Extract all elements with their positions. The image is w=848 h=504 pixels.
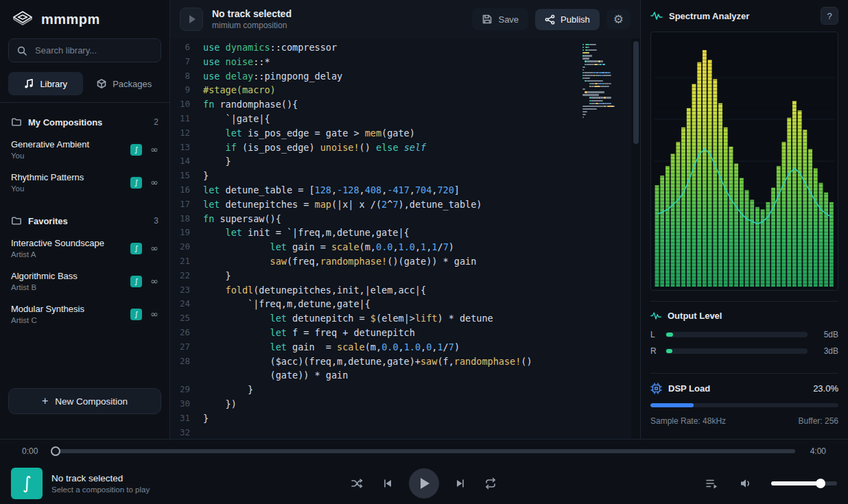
item-title: Generative Ambient: [11, 139, 125, 149]
infinity-icon: ∞: [150, 177, 158, 188]
code-line[interactable]: 8use delay::pingpong_delay: [170, 69, 640, 84]
code-line[interactable]: 31}: [170, 411, 640, 426]
code-line[interactable]: 10fn randomphase(){: [170, 97, 640, 112]
code-line[interactable]: 24 `|freq,m,detune,gate|{: [170, 297, 640, 311]
bottom-bar: 0:00 4:00 ∫ No track selected Select a c…: [0, 439, 848, 504]
code-line[interactable]: 15}: [170, 169, 640, 183]
code-line[interactable]: 23 foldl(detunepitches,init,|elem,acc|{: [170, 283, 640, 298]
search-box[interactable]: [8, 38, 161, 62]
sidebar-bottom: + New Composition: [0, 388, 169, 439]
code-editor[interactable]: 6use dynamics::compressor7use noise::*8u…: [170, 38, 640, 439]
code-line[interactable]: 16let detune_table = [128,-128,408,-417,…: [170, 183, 640, 197]
code-line[interactable]: 14 }: [170, 154, 640, 169]
search-input[interactable]: [34, 45, 153, 56]
new-composition-button[interactable]: + New Composition: [8, 388, 161, 414]
code-line[interactable]: 28 ($acc)(freq,m,detune,gate)+saw(f,rand…: [170, 355, 640, 369]
publish-button[interactable]: Publish: [535, 9, 600, 30]
code-line[interactable]: 17let detunepitches = map(|x| x /(2^7),d…: [170, 197, 640, 212]
code-line[interactable]: (gate)) * gain: [170, 368, 640, 383]
meter-right-label: R: [650, 346, 658, 356]
code-lines: 6use dynamics::compressor7use noise::*8u…: [170, 40, 640, 439]
line-number: 13: [170, 141, 203, 155]
header-play-button[interactable]: [180, 8, 203, 31]
code-line[interactable]: 29 }: [170, 383, 640, 397]
code-line[interactable]: 22 }: [170, 269, 640, 283]
code-line[interactable]: 26 let f = freq + detunepitch: [170, 326, 640, 340]
code-line[interactable]: 13 if (is_pos_edge) unoise!() else self: [170, 141, 640, 155]
list-item[interactable]: Generative AmbientYou∫∞: [0, 133, 169, 166]
code-line[interactable]: 19 let init = `|freq,m,detune,gate|{: [170, 226, 640, 240]
code-text: let detune_table = [128,-128,408,-417,70…: [203, 183, 460, 197]
play-button[interactable]: [409, 468, 439, 499]
minimap[interactable]: [582, 44, 626, 122]
code-line[interactable]: 21 saw(freq,randomphase!()(gate)) * gain: [170, 254, 640, 269]
line-number: 23: [170, 283, 203, 298]
code-line[interactable]: 20 let gain = scale(m,0.0,1.0,1,1/7): [170, 240, 640, 254]
tab-library[interactable]: Library: [8, 72, 83, 95]
scrollbar-thumb[interactable]: [633, 41, 639, 144]
code-line[interactable]: 7use noise::*: [170, 55, 640, 69]
list-item[interactable]: Interactive SoundscapeArtist A∫∞: [0, 232, 169, 265]
editor-scrollbar[interactable]: [631, 38, 640, 439]
skip-back-icon: [381, 477, 394, 490]
spectrum-title: Spectrum Analyzer: [669, 11, 814, 21]
volume-slider[interactable]: [771, 481, 837, 485]
list-item[interactable]: Rhythmic PatternsYou∫∞: [0, 166, 169, 199]
code-text: let detunepitch = $(elem|>lift) * detune: [203, 311, 493, 326]
time-current: 0:00: [22, 446, 43, 456]
timeline-track[interactable]: [53, 449, 795, 453]
settings-button[interactable]: ⚙: [606, 10, 631, 29]
code-line[interactable]: 12 let is_pos_edge = gate > mem(gate): [170, 126, 640, 141]
code-line[interactable]: 25 let detunepitch = $(elem|>lift) * det…: [170, 311, 640, 326]
meter-left: L 5dB: [650, 330, 838, 339]
sidebar-section: Favorites3Interactive SoundscapeArtist A…: [0, 210, 169, 331]
previous-button[interactable]: [379, 475, 396, 492]
item-title: Modular Synthesis: [11, 304, 125, 314]
code-line[interactable]: 18fn supersaw(){: [170, 212, 640, 226]
output-level-section: Output Level L 5dB R 3dB: [650, 301, 838, 363]
waveform-icon: [650, 11, 663, 21]
item-subtitle: You: [11, 184, 125, 193]
code-line[interactable]: 6use dynamics::compressor: [170, 40, 640, 55]
save-icon: [482, 14, 493, 25]
item-subtitle: You: [11, 152, 125, 160]
code-text: foldl(detunepitches,init,|elem,acc|{: [203, 283, 426, 298]
queue-button[interactable]: [703, 475, 720, 492]
code-text: #stage(macro): [203, 83, 276, 97]
code-text: saw(freq,randomphase!()(gate)) * gain: [203, 254, 476, 269]
line-number: 15: [170, 169, 203, 183]
shuffle-button[interactable]: [349, 475, 366, 492]
meter-right: R 3dB: [650, 346, 838, 356]
code-line[interactable]: 11 `|gate|{: [170, 112, 640, 126]
volume-knob[interactable]: [816, 479, 825, 488]
section-header[interactable]: Favorites3: [0, 210, 169, 232]
level-wave-icon: [650, 311, 661, 320]
brand-tile: ∫: [11, 468, 43, 499]
save-button[interactable]: Save: [472, 8, 528, 30]
code-text: }): [203, 397, 237, 411]
next-button[interactable]: [452, 475, 469, 492]
tab-packages[interactable]: Packages: [87, 72, 162, 95]
timeline: 0:00 4:00: [0, 440, 848, 462]
code-line[interactable]: 9#stage(macro): [170, 83, 640, 97]
code-line[interactable]: 32: [170, 426, 640, 439]
dsp-load-bar: [650, 403, 838, 407]
sidebar-tabs: Library Packages: [0, 71, 169, 103]
code-text: let detunepitches = map(|x| x /(2^7),det…: [203, 197, 482, 212]
meter-right-track: [666, 348, 808, 354]
timeline-knob[interactable]: [51, 446, 60, 456]
spectrum-header: Spectrum Analyzer ?: [650, 0, 838, 32]
item-subtitle: Artist C: [11, 316, 125, 324]
list-item[interactable]: Algorithmic BassArtist B∫∞: [0, 265, 169, 298]
tab-library-label: Library: [40, 79, 67, 89]
composition-icon: ∫: [130, 309, 142, 320]
list-item[interactable]: Modular SynthesisArtist C∫∞: [0, 298, 169, 331]
line-number: 20: [170, 240, 203, 254]
section-header[interactable]: My Compositions2: [0, 111, 169, 133]
repeat-button[interactable]: [482, 475, 499, 492]
code-line[interactable]: 27 let gain = scale(m,0.0,1.0,0,1/7): [170, 340, 640, 355]
header-actions: Save Publish ⚙: [472, 8, 631, 30]
code-line[interactable]: 30 }): [170, 397, 640, 411]
help-button[interactable]: ?: [821, 7, 838, 25]
volume-button[interactable]: [737, 475, 755, 492]
